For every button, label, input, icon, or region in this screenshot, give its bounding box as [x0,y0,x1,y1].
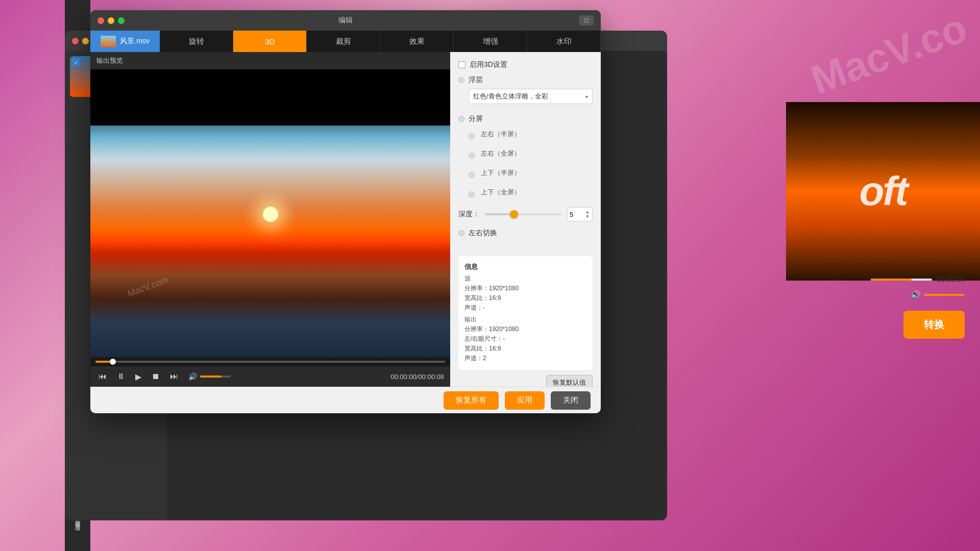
tab-crop[interactable]: 裁剪 [307,31,380,52]
volume-area: 🔊 [188,372,231,381]
split-radio[interactable] [458,116,464,122]
outer-minimize-dot[interactable] [82,38,89,44]
minimize-dot[interactable] [108,17,114,24]
split-tb-half-label: 上下（半屏） [481,168,521,178]
close-button[interactable]: 关闭 [551,391,591,410]
stop-icon: ⏹ [152,372,160,381]
info-output-resolution: 分辨率：980*551 [464,325,586,334]
enable-3d-row: 启用3D设置 [458,60,593,69]
enable-3d-checkbox[interactable] [458,61,465,68]
preview-label: 输出预览 [90,52,450,69]
skip-back-icon: ⏮ [99,372,107,381]
file-tab-thumbnail [101,36,116,47]
close-dot[interactable] [97,17,104,24]
playback-controls: ⏮ ⏸ ▶ ⏹ ⏭ 🔊 [90,366,450,387]
depth-increment-button[interactable]: ▲ [585,210,590,214]
float-radio[interactable] [458,77,464,83]
enable-3d-label: 启用3D设置 [470,60,507,69]
skip-forward-icon: ⏭ [170,372,178,381]
pause-icon: ⏸ [117,372,125,381]
tab-rotate-label: 旋转 [189,37,204,46]
info-output-group-title: 输出 [464,315,586,324]
lr-switch-label: 左右切换 [469,229,497,238]
lr-switch-row: 左右切换 [458,229,593,238]
video-watermark-1: MacV.com [126,274,169,299]
split-lr-half-row: 左右（半屏） [469,130,593,143]
split-tb-half-row: 上下（半屏） [469,168,593,182]
float-select-row: 红色/青色立体浮雕，全彩 ▾ [469,89,593,104]
split-lr-half-label: 左右（半屏） [481,130,521,139]
pause-button[interactable]: ⏸ [115,371,127,382]
stop-button[interactable]: ⏹ [150,371,162,382]
skip-forward-button[interactable]: ⏭ [168,371,180,382]
play-icon: ▶ [135,372,141,382]
right-time-bar [871,279,932,281]
apply-button[interactable]: 应用 [505,391,545,410]
outer-file-check: ✓ [72,58,80,66]
split-label: 分屏 [469,114,483,123]
video-panel: 输出预览 MacV.com ⏮ [90,52,450,387]
right-time-display: 00:00:08 [937,276,965,284]
depth-slider-track[interactable] [485,213,562,215]
depth-spinners: ▲ ▼ [585,210,590,219]
right-volume-icon: 🔊 [911,290,921,299]
title-icon-chat[interactable]: ⊡ [579,15,594,26]
split-lr-half-radio[interactable] [469,133,475,139]
content-area: 输出预览 MacV.com ⏮ [90,52,601,387]
video-display[interactable]: MacV.com [90,69,450,357]
tab-enhance[interactable]: 增强 [454,31,527,52]
depth-label: 深度： [458,210,480,219]
volume-fill [200,375,222,378]
float-option-row: 浮层 [458,76,593,85]
float-select[interactable]: 红色/青色立体浮雕，全彩 ▾ [469,89,593,104]
play-button[interactable]: ▶ [133,371,143,383]
tab-rotate[interactable]: 旋转 [160,31,233,52]
timeline-area[interactable] [90,357,450,366]
time-display: 00:00:00/00:00:08 [390,373,444,381]
info-source-audio: 声道：- [464,304,586,312]
restore-all-button[interactable]: 恢复所有 [444,391,499,410]
lr-switch-radio[interactable] [458,230,464,236]
skip-back-button[interactable]: ⏮ [96,371,109,382]
tab-enhance-label: 增强 [483,37,498,46]
maximize-dot[interactable] [118,17,125,24]
depth-row: 深度： 5 ▲ ▼ [458,207,593,221]
split-lr-full-radio[interactable] [469,153,475,159]
tabs-area: 风景.mov 旋转 3D 裁剪 效果 增强 水印 [90,31,601,52]
info-title: 信息 [464,262,586,271]
right-image-area: oft [786,102,980,281]
info-source-group-title: 源 [464,274,586,283]
float-select-arrow: ▾ [585,94,588,99]
right-bg-panel: MacV.co oft 00:00:08 🔊 转换 [766,0,980,551]
depth-value-box[interactable]: 5 ▲ ▼ [567,207,593,221]
info-output-audio: 声道：2 [464,354,586,363]
right-time-bar-fill [871,279,912,281]
split-tb-half-radio[interactable] [469,172,475,178]
volume-bar[interactable] [200,375,231,378]
title-bar: 编辑 ⊡ [90,10,601,31]
right-convert-button[interactable]: 转换 [903,311,965,339]
split-options: 左右（半屏） 左右（全屏） 上下（半屏） 上下（全屏） [469,130,593,207]
tab-watermark[interactable]: 水印 [527,31,601,52]
timeline-thumb[interactable] [110,359,116,365]
split-lr-full-label: 左右（全屏） [481,149,521,158]
depth-value: 5 [570,211,573,218]
outer-close-dot[interactable] [72,38,79,44]
split-row: 分屏 [458,114,593,123]
depth-slider-thumb[interactable] [510,210,518,218]
video-center-dot [266,246,271,250]
video-black-top [90,69,450,126]
file-tab[interactable]: 风景.mov [90,31,160,52]
tab-effects[interactable]: 效果 [380,31,454,52]
tab-effects-label: 效果 [409,37,425,46]
tab-3d[interactable]: 3D [233,31,307,52]
info-source-aspect: 宽高比：16:9 [464,294,586,303]
file-tab-name: 风景.mov [120,37,150,46]
split-tb-full-radio[interactable] [469,191,475,197]
float-label: 浮层 [469,76,483,85]
volume-icon: 🔊 [188,372,197,381]
restore-default-button[interactable]: 恢复默认值 [546,375,593,387]
tab-3d-label: 3D [265,37,275,46]
depth-decrement-button[interactable]: ▼ [585,215,590,219]
right-soft-text: oft [859,168,906,215]
